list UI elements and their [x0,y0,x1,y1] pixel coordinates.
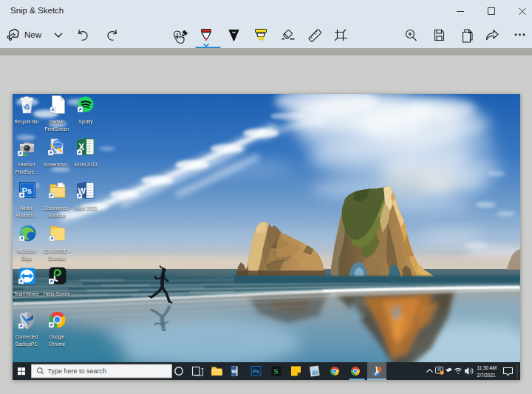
svg-text:New: New [24,30,42,39]
svg-text:Type here to search: Type here to search [48,367,107,375]
svg-text:Ps: Ps [253,368,259,375]
svg-text:W: W [231,369,236,374]
svg-text:2/7/2021: 2/7/2021 [477,373,496,378]
svg-text:S: S [274,367,279,376]
svg-text:11:30 AM: 11:30 AM [477,365,497,370]
